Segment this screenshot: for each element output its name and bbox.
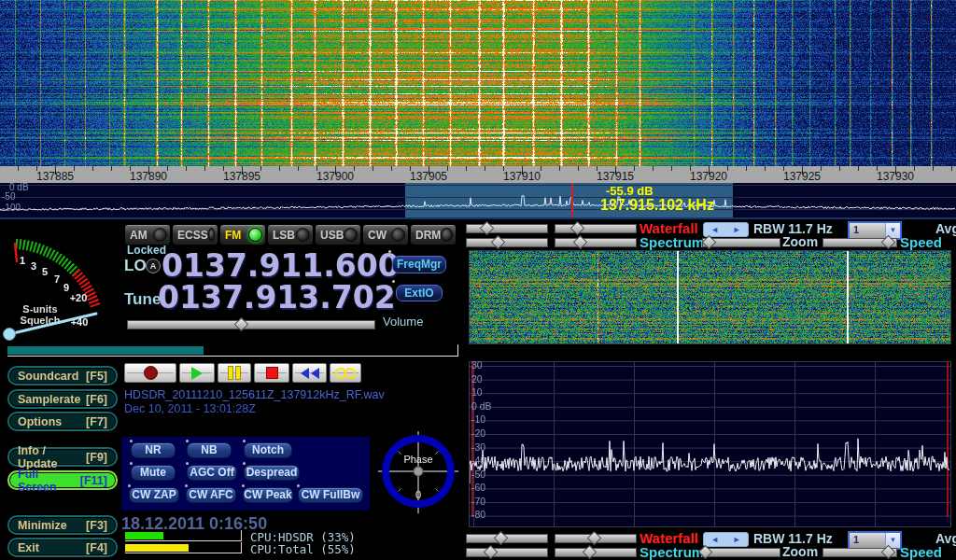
lower-speed-slider[interactable] <box>822 548 897 557</box>
mute-button[interactable]: Mute <box>131 465 176 481</box>
slider-thumb[interactable] <box>880 545 895 560</box>
exit-button[interactable]: Exit [F4] <box>7 538 118 557</box>
slider-thumb[interactable] <box>573 235 588 250</box>
loop-button[interactable] <box>330 363 361 383</box>
lower-spectrum-gain-slider[interactable] <box>466 548 548 557</box>
cw-fullbw-button[interactable]: CW FullBw <box>298 487 363 503</box>
stop-button[interactable] <box>254 363 289 383</box>
notch-button[interactable]: Notch <box>244 442 292 458</box>
cpu-total-bar <box>125 542 242 553</box>
samplerate-button[interactable]: Samplerate [F6] <box>7 389 118 409</box>
slider-thumb[interactable] <box>479 221 494 236</box>
agc-button[interactable]: AGC Off <box>187 465 237 481</box>
cpu-total-label: CPU:Total (55%) <box>250 542 356 556</box>
slider-thumb[interactable] <box>701 235 716 250</box>
cw-peak-button[interactable]: CW Peak <box>243 487 293 503</box>
slider-thumb[interactable] <box>587 531 602 546</box>
phase-value: 0 <box>415 489 421 500</box>
rf-db-label: -60 <box>471 482 485 493</box>
nb-button[interactable]: NB <box>187 442 232 458</box>
audio-level-bar[interactable] <box>7 344 458 357</box>
slider-thumb[interactable] <box>880 235 895 250</box>
freq-tick-label: 137915 <box>597 170 634 183</box>
despread-button[interactable]: Despread <box>244 465 300 481</box>
main-spectrum-display[interactable]: 0 dB -50 -100 <box>0 183 956 217</box>
lo-autolock-badge[interactable]: A <box>146 259 161 273</box>
play-button[interactable] <box>179 363 215 383</box>
lower-spectrum-range-slider[interactable] <box>555 548 637 557</box>
freqmgr-button[interactable]: FreqMgr <box>392 256 446 273</box>
mode-led-icon <box>296 228 310 242</box>
stop-icon <box>266 367 278 379</box>
button-label: Samplerate <box>18 393 80 406</box>
record-button[interactable] <box>124 363 176 383</box>
button-label: Exit <box>18 541 39 554</box>
lo-frequency-display[interactable]: 0137.911.600 <box>162 250 400 281</box>
slider-thumb[interactable] <box>484 545 499 560</box>
pause-button[interactable] <box>218 363 251 383</box>
options-button[interactable]: Options [F7] <box>7 412 118 431</box>
lower-avg-select[interactable]: 1 ▾ <box>848 531 902 550</box>
rf-waterfall-display[interactable] <box>469 250 951 344</box>
slider-thumb[interactable] <box>583 545 598 560</box>
scroll-left-icon[interactable]: ◄ <box>710 223 719 236</box>
mode-button-cw[interactable]: CW <box>362 224 409 245</box>
rf-db-label: -70 <box>471 496 485 507</box>
phase-tick <box>435 488 438 491</box>
rewind-icon <box>311 368 319 379</box>
cw-zap-button[interactable]: CW ZAP <box>129 487 179 503</box>
upper-spectrum-range-slider[interactable] <box>555 238 637 247</box>
fullscreen-button[interactable]: Full Screen [F11] <box>7 470 118 490</box>
cw-afc-button[interactable]: CW AFC <box>186 487 236 503</box>
freqmgr-pip <box>388 250 391 253</box>
slider-thumb[interactable] <box>494 531 509 546</box>
upper-spectrum-tab[interactable]: Spectrum <box>640 234 704 250</box>
scroll-right-icon[interactable]: ► <box>733 533 741 546</box>
info-update-button[interactable]: Info / Update [F9] <box>7 447 118 467</box>
lower-spectrum-tab[interactable]: Spectrum <box>640 544 704 560</box>
tune-frequency-display[interactable]: 0137.913.702 <box>158 282 396 313</box>
volume-slider[interactable] <box>127 320 375 329</box>
upper-zoom-slider[interactable] <box>702 238 780 247</box>
slider-thumb[interactable] <box>570 221 585 236</box>
slider-thumb[interactable] <box>490 235 505 250</box>
smeter-scale-label: 9 <box>63 282 69 293</box>
rewind-button[interactable] <box>292 363 327 383</box>
upper-waterfall-brightness-slider[interactable] <box>466 224 548 233</box>
upper-speed-slider[interactable] <box>822 238 897 247</box>
lower-zoom-label: Zoom <box>782 544 818 559</box>
audio-level-fill <box>7 346 204 355</box>
smeter-scale-label: 1 <box>20 255 25 266</box>
mode-button-lsb[interactable]: LSB <box>267 224 314 245</box>
freq-tick-label: 137920 <box>690 170 727 183</box>
lower-waterfall-brightness-slider[interactable] <box>466 534 548 543</box>
upper-spectrum-gain-slider[interactable] <box>466 238 548 247</box>
mode-button-ecss[interactable]: ECSS <box>172 224 218 245</box>
scroll-right-icon[interactable]: ► <box>733 223 741 236</box>
phase-indicator: Phase 0 <box>378 431 458 513</box>
lower-waterfall-scrollbar[interactable]: ◄ ► <box>703 532 749 547</box>
nr-button[interactable]: NR <box>131 442 176 458</box>
upper-waterfall-contrast-slider[interactable] <box>555 224 637 233</box>
upper-avg-select[interactable]: 1 ▾ <box>848 221 902 240</box>
lower-zoom-slider[interactable] <box>702 548 780 557</box>
smeter-scale-label: 7 <box>54 273 60 285</box>
main-frequency-scale[interactable]: 137885 137890 137895 137900 137905 13791… <box>0 166 956 183</box>
cpu-hdsdr-bar <box>125 530 242 541</box>
mode-button-am[interactable]: AM <box>124 224 171 245</box>
volume-slider-thumb[interactable] <box>234 317 249 332</box>
phase-tick <box>435 452 438 455</box>
main-waterfall-display[interactable] <box>0 0 956 166</box>
extio-button[interactable]: ExtIO <box>396 285 443 301</box>
mode-button-usb[interactable]: USB <box>315 224 361 245</box>
mode-button-drm[interactable]: DRM <box>410 224 457 245</box>
mode-button-fm[interactable]: FM <box>219 224 266 245</box>
minimize-button[interactable]: Minimize [F3] <box>7 515 118 535</box>
lower-waterfall-contrast-slider[interactable] <box>555 534 637 543</box>
mode-led-icon <box>391 228 405 242</box>
button-fkey: [F3] <box>86 519 107 532</box>
soundcard-button[interactable]: Soundcard [F5] <box>7 366 118 385</box>
rf-db-label: 30 <box>471 359 483 371</box>
scroll-left-icon[interactable]: ◄ <box>710 533 719 546</box>
rf-spectrum-display[interactable] <box>469 361 951 527</box>
